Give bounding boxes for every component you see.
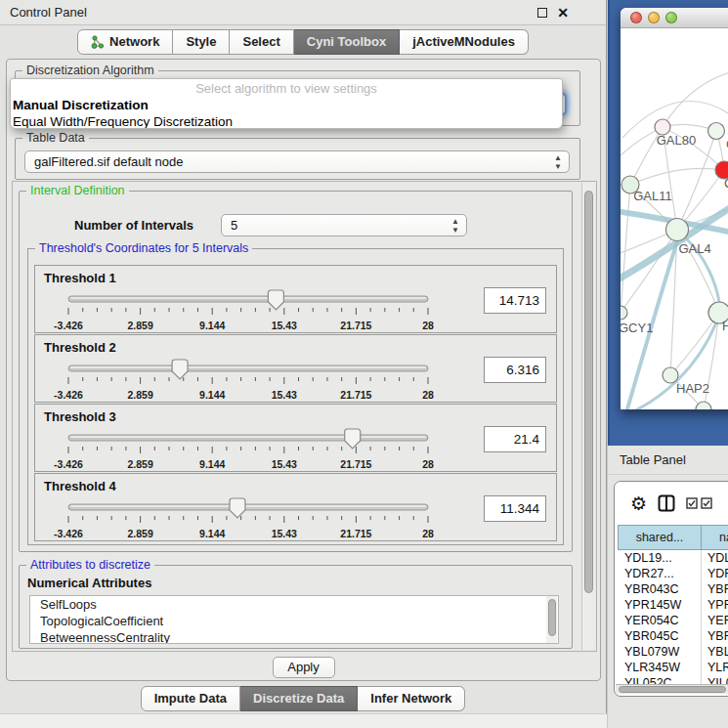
gear-icon[interactable]: ⚙ — [630, 494, 647, 513]
network-edge[interactable] — [663, 72, 728, 127]
svg-text:21.715: 21.715 — [340, 528, 371, 539]
threshold-slider[interactable]: -3.4262.8599.14415.4321.71528 — [61, 495, 457, 538]
algorithm-dropdown: Select algorithm to view settings Manual… — [10, 78, 563, 129]
table-row[interactable]: YIL052CYIL052C — [618, 675, 728, 684]
tab-style[interactable]: Style — [173, 29, 230, 55]
attribute-item[interactable]: TopologicalCoefficient — [30, 613, 558, 629]
table-row[interactable]: YDR27...YDR27... — [618, 566, 728, 581]
threshold-value-field[interactable]: 21.4 — [484, 426, 546, 452]
vertical-scrollbar[interactable] — [581, 183, 595, 650]
dropdown-option-manual-discretization[interactable]: Manual Discretization — [11, 97, 562, 113]
tab-discretize-data[interactable]: Discretize Data — [240, 686, 358, 711]
checkbox-icon[interactable] — [701, 497, 712, 509]
vertical-scrollbar-thumb[interactable] — [584, 191, 593, 593]
svg-text:9.144: 9.144 — [199, 458, 225, 470]
network-icon — [91, 35, 105, 49]
attributes-list[interactable]: SelfLoopsTopologicalCoefficientBetweenne… — [29, 595, 559, 644]
network-edge[interactable] — [630, 168, 724, 185]
float-window-icon[interactable] — [537, 8, 547, 18]
network-edge-highlighted[interactable] — [621, 322, 716, 409]
threshold-slider[interactable]: -3.4262.8599.14415.4321.71528 — [61, 287, 457, 330]
attribute-item[interactable]: BetweennessCentrality — [30, 629, 558, 644]
table-row[interactable]: YPR145WYPR145W — [618, 597, 728, 613]
table-cell: YIL052C — [702, 675, 728, 684]
node-label: GAL11 — [633, 189, 672, 203]
table-row[interactable]: YBL079WYBL079W — [618, 644, 728, 660]
horizontal-scrollbar-thumb[interactable] — [619, 686, 726, 693]
threshold-slider[interactable]: -3.4262.8599.14415.4321.71528 — [61, 357, 457, 400]
dropdown-option-equal-width-frequency-discretization[interactable]: Equal Width/Frequency Discretization — [11, 113, 562, 129]
node-label: H — [722, 319, 728, 333]
tab-label: jActiveMNodules — [412, 34, 515, 49]
tab-network[interactable]: Network — [77, 29, 173, 55]
tab-select[interactable]: Select — [230, 29, 293, 55]
horizontal-scrollbar[interactable] — [616, 684, 728, 694]
svg-text:15.43: 15.43 — [272, 528, 297, 539]
threshold-label: Threshold 2 — [44, 340, 116, 355]
network-edge[interactable] — [621, 185, 630, 313]
tab-label: Select — [242, 34, 279, 49]
table-row[interactable]: YBR043CYBR043C — [618, 581, 728, 597]
network-canvas[interactable]: GAL80GACGAL11GAL4GCY1HHAP2 — [621, 28, 728, 409]
table-panel-window: ⚙ shared...name YDL19...YDL — [614, 481, 728, 697]
table-cell: YDR27... — [618, 566, 702, 581]
table-cell: YBL079W — [702, 644, 728, 660]
network-window[interactable]: GAL80GACGAL11GAL4GCY1HHAP2 — [621, 8, 728, 409]
numerical-attributes-label: Numerical Attributes — [27, 576, 151, 590]
column-header-shared-[interactable]: shared... — [618, 525, 702, 550]
svg-text:15.43: 15.43 — [272, 389, 297, 401]
attribute-item[interactable]: SelfLoops — [30, 596, 558, 613]
split-view-icon[interactable] — [658, 494, 675, 512]
node-gal4[interactable] — [666, 219, 689, 241]
threshold-value-field[interactable]: 11.344 — [484, 495, 546, 522]
node-top-right[interactable] — [708, 123, 725, 140]
table-row[interactable]: YLR345WYLR345W — [618, 660, 728, 675]
table-data-combo-value: galFiltered.sif default node — [34, 154, 183, 169]
tab-infer-network[interactable]: Infer Network — [358, 686, 465, 711]
threshold-slider[interactable]: -3.4262.8599.14415.4321.71528 — [61, 426, 457, 469]
bottom-strip — [0, 713, 607, 728]
network-panel-frame: GAL80GACGAL11GAL4GCY1HHAP2 — [608, 0, 728, 446]
tab-cyni-toolbox[interactable]: Cyni Toolbox — [294, 29, 400, 55]
threshold-value-field[interactable]: 14.713 — [484, 287, 546, 314]
apply-button[interactable]: Apply — [273, 657, 335, 678]
table-row[interactable]: YBR045CYBR045C — [618, 628, 728, 644]
node-label: GAL4 — [678, 241, 710, 256]
slider-thumb[interactable] — [230, 498, 245, 518]
traffic-light-zoom[interactable] — [665, 12, 677, 23]
list-scrollbar[interactable] — [546, 596, 557, 643]
node-gcy1[interactable] — [621, 306, 627, 320]
tab-label: Network — [109, 34, 159, 49]
table-cell: YBR045C — [618, 628, 702, 644]
list-scrollbar-thumb[interactable] — [548, 599, 556, 636]
slider-thumb[interactable] — [345, 429, 361, 449]
column-header-name[interactable]: name — [702, 525, 728, 550]
table-row[interactable]: YER054CYER054C — [618, 613, 728, 628]
checkbox-icon[interactable] — [686, 497, 698, 509]
svg-text:21.715: 21.715 — [340, 389, 371, 401]
table-data-label: Table Data — [22, 131, 89, 145]
threshold-value-field[interactable]: 6.316 — [484, 357, 546, 383]
table-cell: YDL19... — [618, 550, 702, 566]
panel-titlebar: Control Panel ✕ — [0, 0, 606, 25]
threshold-row-2: Threshold 2-3.4262.8599.14415.4321.71528… — [34, 334, 557, 403]
svg-text:-3.426: -3.426 — [54, 389, 83, 401]
table-data-combo[interactable]: galFiltered.sif default node ▲▼ — [24, 150, 570, 173]
combo-arrows-icon: ▲▼ — [451, 217, 459, 235]
traffic-light-minimize[interactable] — [648, 12, 660, 23]
dropdown-hint: Select algorithm to view settings — [11, 79, 562, 97]
table-cell: YBR045C — [702, 628, 728, 644]
node-bottom[interactable] — [696, 402, 711, 409]
close-icon[interactable]: ✕ — [557, 8, 569, 18]
svg-text:15.43: 15.43 — [272, 320, 297, 331]
traffic-light-close[interactable] — [630, 12, 642, 23]
node-label: C — [724, 176, 728, 191]
table-row[interactable]: YDL19...YDL19... — [618, 550, 728, 566]
slider-thumb[interactable] — [172, 360, 188, 379]
attributes-group-label: Attributes to discretize — [26, 558, 154, 572]
slider-thumb[interactable] — [268, 290, 283, 310]
control-panel: Control Panel ✕ NetworkStyleSelectCyni T… — [0, 0, 607, 728]
num-intervals-combo[interactable]: 5 ▲▼ — [221, 214, 467, 236]
tab-jactivemnodules[interactable]: jActiveMNodules — [400, 29, 529, 55]
tab-impute-data[interactable]: Impute Data — [141, 686, 240, 711]
